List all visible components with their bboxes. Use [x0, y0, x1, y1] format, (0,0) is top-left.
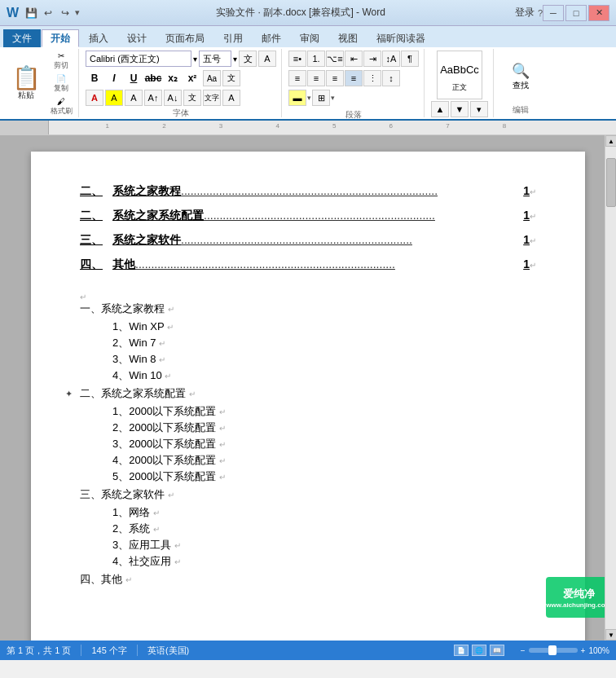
tab-foxit[interactable]: 福昕阅读器: [367, 29, 434, 47]
numbering-btn[interactable]: 1.: [307, 51, 325, 67]
copy-button[interactable]: 📄复制: [49, 73, 73, 95]
font-color-btn[interactable]: A: [86, 90, 103, 106]
find-button[interactable]: 🔍 查找: [500, 52, 541, 101]
borders-dropdown-icon[interactable]: ▾: [331, 94, 335, 102]
align-center-btn[interactable]: ≡: [307, 70, 325, 86]
zoom-in-btn[interactable]: +: [581, 646, 586, 655]
paragraph-group: ≡• 1. ⌥≡ ⇤ ⇥ ↕A ¶ ≡ ≡ ≡ ≡ ⋮ ↕ ▬ ▾ ⊞ ▾: [284, 49, 425, 117]
decrease-indent-btn[interactable]: ⇤: [345, 51, 363, 67]
shading-btn[interactable]: ▬: [288, 90, 306, 106]
bullets-btn[interactable]: ≡•: [288, 51, 306, 67]
strikethrough-button[interactable]: abc: [144, 70, 162, 86]
style-normal-preview: AaBbCc: [443, 58, 476, 82]
toc-page-2: 1: [523, 233, 530, 246]
undo-quick-btn[interactable]: ↩: [41, 6, 55, 20]
redo-quick-btn[interactable]: ↪: [58, 6, 73, 20]
window-controls[interactable]: ─ □ ✕: [543, 5, 609, 21]
italic-button[interactable]: I: [105, 70, 123, 86]
subscript-button[interactable]: x₂: [164, 70, 182, 86]
tab-view[interactable]: 视图: [329, 29, 367, 47]
font-shade-btn[interactable]: A: [125, 90, 143, 106]
tab-file[interactable]: 文件: [3, 29, 41, 47]
body-section-2: 三、系统之家软件 ↵ 1、网络 ↵ 2、系统 ↵ 3、应用工具 ↵ 4、社交应用…: [80, 487, 536, 569]
char-case-button[interactable]: 文: [222, 70, 240, 86]
watermark-line1: 爱纯净: [563, 587, 595, 601]
zoom-handle[interactable]: [548, 645, 557, 655]
phonetic-btn[interactable]: 文字: [203, 90, 221, 106]
tab-design[interactable]: 设计: [118, 29, 156, 47]
item-text-1-2: 3、2000以下系统配置: [112, 438, 216, 450]
body-item-1-1: 2、2000以下系统配置 ↵: [112, 420, 536, 435]
paste-button[interactable]: 📋 粘贴: [8, 59, 44, 108]
tab-insert[interactable]: 插入: [80, 29, 117, 47]
tab-home[interactable]: 开始: [42, 29, 79, 47]
body-h1-0: 一、系统之家教程 ↵: [80, 302, 536, 316]
format-painter-button[interactable]: 🖌格式刷: [49, 96, 73, 117]
font-size-selector[interactable]: 五号: [199, 51, 231, 67]
underline-button[interactable]: U: [125, 70, 143, 86]
zoom-control: − + 100%: [521, 646, 609, 655]
scroll-down-arrow[interactable]: ▼: [605, 629, 616, 641]
align-left-btn[interactable]: ≡: [288, 70, 306, 86]
font-size-label-btn[interactable]: 文: [239, 51, 257, 67]
web-view-btn[interactable]: 🌐: [472, 645, 486, 656]
align-right-btn[interactable]: ≡: [326, 70, 344, 86]
cut-button[interactable]: ✂剪切: [49, 51, 73, 72]
sort-btn[interactable]: ↕A: [382, 51, 400, 67]
enlarge-font-btn[interactable]: A↑: [144, 90, 162, 106]
toc-num-1: 二、: [80, 209, 112, 223]
shrink-font-btn[interactable]: A↓: [164, 90, 182, 106]
styles-expand-btn[interactable]: ▾: [470, 101, 488, 117]
print-view-btn[interactable]: 📄: [454, 645, 469, 656]
toc-arrow-3: ↵: [530, 261, 536, 270]
line-spacing-btn[interactable]: ↕: [382, 70, 400, 86]
font-name-selector[interactable]: Calibri (西文正文): [86, 51, 191, 67]
clear-format-button[interactable]: Aa: [203, 70, 221, 86]
highlight-btn[interactable]: A: [105, 90, 123, 106]
font-clear-btn[interactable]: A: [258, 51, 276, 67]
item-text-1-1: 2、2000以下系统配置: [112, 421, 216, 434]
doc-scroll-area[interactable]: ▲ ▼ 二、 系统之家教程 ..........................…: [0, 135, 616, 641]
increase-indent-btn[interactable]: ⇥: [363, 51, 381, 67]
login-text[interactable]: 登录: [515, 6, 535, 20]
tab-references[interactable]: 引用: [214, 29, 252, 47]
shading-label: ▾: [307, 94, 311, 102]
font-mid-row: B I U abc x₂ x² Aa 文: [86, 70, 276, 86]
font-name-dropdown-icon[interactable]: ▾: [193, 55, 197, 64]
item-text-2-1: 2、系统: [112, 522, 150, 535]
close-btn[interactable]: ✕: [588, 5, 609, 21]
borders-btn[interactable]: ⊞: [312, 90, 330, 106]
body-h2-1-text: 二、系统之家系统配置: [80, 386, 186, 401]
zoom-slider[interactable]: [529, 648, 578, 653]
body-item-0-3: 4、Win 10 ↵: [112, 368, 536, 383]
editing-group: 🔍 查找 编辑: [495, 49, 546, 117]
font-size-dropdown-icon[interactable]: ▾: [233, 55, 237, 64]
scroll-up-arrow[interactable]: ▲: [605, 135, 616, 147]
item-text-2-0: 1、网络: [112, 506, 150, 518]
style-normal[interactable]: AaBbCc 正文: [439, 53, 480, 97]
tab-mailings[interactable]: 邮件: [253, 29, 290, 47]
body-h1-2-arrow: ↵: [168, 491, 174, 500]
read-view-btn[interactable]: 📖: [490, 645, 504, 656]
styles-scroll-up-btn[interactable]: ▲: [431, 101, 449, 117]
toc-num-0: 二、: [80, 184, 112, 199]
multilevel-btn[interactable]: ⌥≡: [326, 51, 344, 67]
body-item-1-0: 1、2000以下系统配置 ↵: [112, 404, 536, 419]
minimize-btn[interactable]: ─: [543, 5, 564, 21]
tab-review[interactable]: 审阅: [291, 29, 328, 47]
distribute-btn[interactable]: ⋮: [363, 70, 381, 86]
tab-layout[interactable]: 页面布局: [156, 29, 213, 47]
border-text-btn[interactable]: A: [222, 90, 240, 106]
vertical-scrollbar[interactable]: ▲ ▼: [605, 135, 616, 641]
char-spacing-btn[interactable]: 文: [183, 90, 201, 106]
justify-btn[interactable]: ≡: [345, 70, 363, 86]
maximize-btn[interactable]: □: [565, 5, 587, 21]
bold-button[interactable]: B: [86, 70, 103, 86]
zoom-out-btn[interactable]: −: [521, 646, 526, 655]
scroll-thumb[interactable]: [606, 158, 616, 207]
save-quick-btn[interactable]: 💾: [24, 6, 38, 20]
styles-scroll-down-btn[interactable]: ▼: [451, 101, 469, 117]
toc-row-3: 四、 其他 ..................................…: [80, 258, 536, 272]
show-hide-btn[interactable]: ¶: [401, 51, 419, 67]
superscript-button[interactable]: x²: [183, 70, 201, 86]
